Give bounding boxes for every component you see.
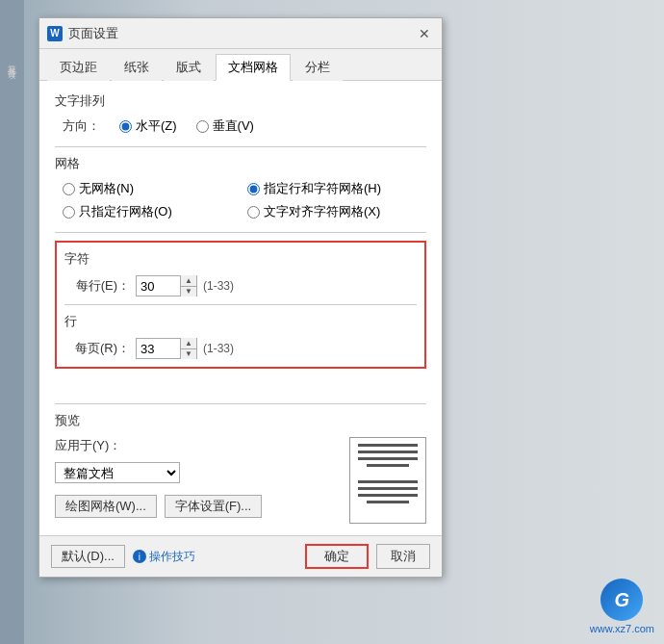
divider-3 <box>64 304 417 305</box>
per-line-spinner: ▲ ▼ <box>180 275 196 296</box>
tab-document-grid[interactable]: 文档网格 <box>216 54 291 81</box>
radio-line-char-grid-label: 指定行和字符网格(H) <box>264 180 381 197</box>
logo-url: www.xz7.com <box>590 623 654 634</box>
per-line-range: (1-33) <box>203 279 234 293</box>
grid-section: 网格 无网格(N) 指定行和字符网格(H) 只指定行网格(O) 文字对齐字符网格… <box>55 155 426 220</box>
apply-label: 应用于(Y)： <box>55 437 121 454</box>
app-icon: W <box>47 26 63 41</box>
per-line-input[interactable] <box>137 276 180 296</box>
preview-line-7 <box>358 494 418 497</box>
per-line-input-wrapper: ▲ ▼ <box>136 275 197 296</box>
per-page-range: (1-33) <box>203 342 234 355</box>
radio-line-only-grid-label: 只指定行网格(O) <box>79 203 172 220</box>
per-page-label: 每页(R)： <box>64 340 130 357</box>
footer-right: 确定 取消 <box>305 544 430 569</box>
preview-actions-row: 应用于(Y)： 整篇文档 本节 插入点之后 绘图网格(W)... 字体设置(F)… <box>55 437 426 524</box>
dialog-title: 页面设置 <box>68 25 118 42</box>
preview-thumbnail <box>349 437 426 524</box>
preview-line-8 <box>367 501 408 503</box>
dialog-footer: 默认(D)... i 操作技巧 确定 取消 <box>39 535 442 577</box>
per-page-input[interactable] <box>137 339 180 358</box>
tab-paper[interactable]: 纸张 <box>112 54 162 81</box>
per-page-spin-up[interactable]: ▲ <box>181 338 196 348</box>
radio-text-align-grid-label: 文字对齐字符网格(X) <box>264 203 380 220</box>
tips-label: 操作技巧 <box>149 549 195 565</box>
preview-line-4 <box>367 464 408 467</box>
line-section-label: 行 <box>64 313 417 330</box>
preview-line-6 <box>358 487 418 490</box>
action-buttons: 绘图网格(W)... 字体设置(F)... <box>55 495 262 518</box>
title-bar: W 页面设置 ✕ <box>39 18 442 49</box>
radio-vertical[interactable]: 垂直(V) <box>196 117 254 135</box>
grid-section-label: 网格 <box>55 155 426 172</box>
apply-select[interactable]: 整篇文档 本节 插入点之后 <box>55 462 180 483</box>
preview-line-5 <box>358 480 418 483</box>
radio-vertical-input[interactable] <box>196 120 209 133</box>
preview-line-1 <box>358 444 418 447</box>
logo-icon: G <box>600 579 643 621</box>
default-button[interactable]: 默认(D)... <box>51 545 125 568</box>
per-line-spin-up[interactable]: ▲ <box>181 275 196 286</box>
direction-row: 方向： 水平(Z) 垂直(V) <box>63 117 426 135</box>
text-arrangement-label: 文字排列 <box>55 92 426 110</box>
tab-columns[interactable]: 分栏 <box>293 54 343 81</box>
preview-label: 预览 <box>55 412 426 429</box>
logo-area: G www.xz7.com <box>590 579 654 634</box>
tips-link[interactable]: i 操作技巧 <box>133 549 195 565</box>
direction-label: 方向： <box>63 117 100 135</box>
preview-section: 预览 应用于(Y)： 整篇文档 本节 插入点之后 绘图网格(W)... 字体设置… <box>55 412 426 524</box>
divider-1 <box>55 146 426 147</box>
per-line-spin-down[interactable]: ▼ <box>181 286 196 296</box>
tab-layout[interactable]: 版式 <box>164 54 214 81</box>
per-page-row: 每页(R)： ▲ ▼ (1-33) <box>64 338 417 359</box>
radio-no-grid-input[interactable] <box>63 183 75 195</box>
grid-options: 无网格(N) 指定行和字符网格(H) 只指定行网格(O) 文字对齐字符网格(X) <box>63 180 426 220</box>
dialog-body: 文字排列 方向： 水平(Z) 垂直(V) 网格 无网格(N) <box>39 81 442 535</box>
font-settings-button[interactable]: 字体设置(F)... <box>165 495 262 518</box>
per-page-spin-down[interactable]: ▼ <box>181 348 196 359</box>
title-bar-left: W 页面设置 <box>47 25 118 42</box>
per-line-row: 每行(E)： ▲ ▼ (1-33) <box>64 275 417 296</box>
radio-no-grid[interactable]: 无网格(N) <box>63 180 242 197</box>
radio-vertical-label: 垂直(V) <box>213 117 254 135</box>
per-page-input-wrapper: ▲ ▼ <box>136 338 197 359</box>
preview-line-2 <box>358 451 418 453</box>
footer-left: 默认(D)... i 操作技巧 <box>51 545 195 568</box>
radio-line-only-grid-input[interactable] <box>63 206 75 219</box>
apply-row: 应用于(Y)： <box>55 437 262 454</box>
left-ruler: 义符 号音 读 <box>0 0 24 644</box>
radio-text-align-grid[interactable]: 文字对齐字符网格(X) <box>247 203 426 220</box>
radio-horizontal-input[interactable] <box>119 120 132 133</box>
radio-horizontal-label: 水平(Z) <box>136 117 177 135</box>
radio-line-char-grid-input[interactable] <box>247 183 260 195</box>
preview-left: 应用于(Y)： 整篇文档 本节 插入点之后 绘图网格(W)... 字体设置(F)… <box>55 437 262 518</box>
preview-line-3 <box>358 457 418 460</box>
page-settings-dialog: W 页面设置 ✕ 页边距 纸张 版式 文档网格 分栏 文字排列 方向： 水平(Z… <box>38 17 443 578</box>
divider-4 <box>55 403 426 404</box>
spacer2 <box>55 483 262 495</box>
highlight-input-section: 字符 每行(E)： ▲ ▼ (1-33) 行 每页(R)： <box>55 241 426 369</box>
tips-icon: i <box>133 550 146 563</box>
divider-2 <box>55 232 426 233</box>
tab-bar: 页边距 纸张 版式 文档网格 分栏 <box>39 49 442 81</box>
confirm-button[interactable]: 确定 <box>305 544 369 569</box>
tab-margins[interactable]: 页边距 <box>47 54 110 81</box>
radio-no-grid-label: 无网格(N) <box>79 180 134 197</box>
cancel-button[interactable]: 取消 <box>376 544 430 569</box>
per-page-spinner: ▲ ▼ <box>180 338 196 359</box>
radio-line-char-grid[interactable]: 指定行和字符网格(H) <box>247 180 426 197</box>
close-button[interactable]: ✕ <box>415 24 434 43</box>
spacer <box>55 376 426 396</box>
radio-line-only-grid[interactable]: 只指定行网格(O) <box>63 203 242 220</box>
radio-horizontal[interactable]: 水平(Z) <box>119 117 177 135</box>
character-section-label: 字符 <box>64 250 417 268</box>
radio-text-align-grid-input[interactable] <box>247 206 260 219</box>
draw-grid-button[interactable]: 绘图网格(W)... <box>55 495 157 518</box>
per-line-label: 每行(E)： <box>64 277 130 295</box>
